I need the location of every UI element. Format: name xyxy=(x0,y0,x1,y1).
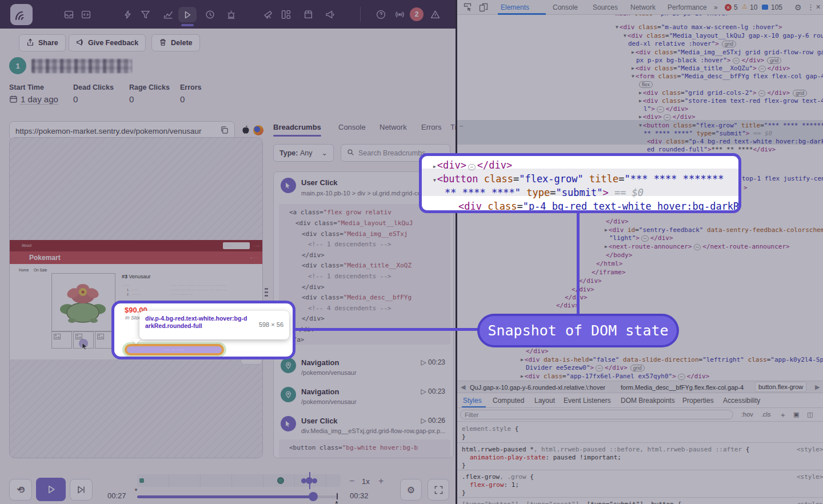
redacted-button-label: ··· ·· ···· xyxy=(164,348,185,352)
dom-zoom-callout: ▶<div>⋯</div>▼<button class="flex-grow" … xyxy=(419,153,741,213)
snapshot-callout-pill: Snapshot of DOM state xyxy=(477,314,679,347)
tooltip-caret xyxy=(131,339,141,344)
connector-line-horizontal xyxy=(293,328,480,331)
inspect-dimensions: 598 × 56 xyxy=(259,321,283,328)
connector-line-vertical xyxy=(577,211,580,315)
snapshot-callout-label: Snapshot of DOM state xyxy=(488,322,668,339)
dim-overlay xyxy=(0,0,823,504)
inspected-add-to-cart-button[interactable]: ··· ·· ···· xyxy=(125,344,224,355)
replay-zoom-callout: $90.00 In Stock ··· ·· ···· div.p-4.bg-r… xyxy=(111,301,295,359)
inspect-tooltip: div.p-4.bg-red.text-white.hover:bg-d ark… xyxy=(139,311,289,339)
inspect-selector: div.p-4.bg-red.text-white.hover:bg-d xyxy=(145,315,257,322)
screenshot-stage: 2 Share Give Feedback Delete 1 Start Tim… xyxy=(0,0,823,504)
